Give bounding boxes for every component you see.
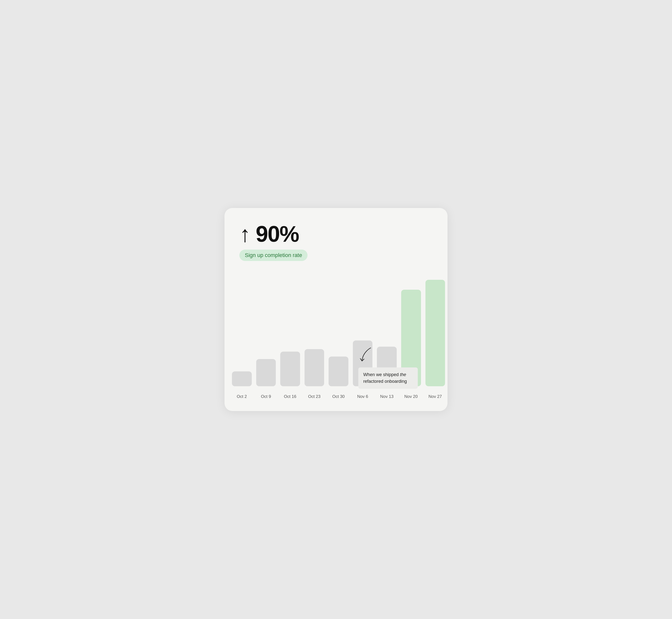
- annotation-text: When we shipped the refactored onboardin…: [358, 367, 418, 389]
- bar-group: [305, 349, 324, 386]
- bar-group: [280, 352, 300, 386]
- x-label-oct-9: Oct 9: [256, 394, 276, 399]
- metric-display: ↑ 90%: [239, 223, 435, 245]
- x-label-nov-20: Nov 20: [401, 394, 421, 399]
- annotation-after: refactored onboarding: [363, 379, 407, 384]
- x-label-nov-6: Nov 6: [353, 394, 373, 399]
- metric-badge: Sign up completion rate: [239, 250, 307, 261]
- bar-group: [232, 371, 252, 386]
- x-label-nov-27: Nov 27: [425, 394, 445, 399]
- dashboard-card: ↑ 90% Sign up completion rate Oct 2Oct 9…: [225, 208, 447, 411]
- bar-oct-2: [232, 371, 252, 386]
- arrow-icon: ↑: [239, 222, 250, 247]
- bar-oct-23: [305, 349, 324, 386]
- bar-oct-9: [256, 359, 276, 386]
- annotation-before: When we shipped: [363, 372, 400, 377]
- bar-group: [425, 280, 445, 386]
- bar-oct-16: [280, 352, 300, 386]
- bar-group: [256, 359, 276, 386]
- annotation-arrow-icon: [358, 347, 373, 366]
- metric-number: 90%: [256, 222, 299, 247]
- x-label-oct-2: Oct 2: [232, 394, 252, 399]
- x-label-oct-16: Oct 16: [280, 394, 300, 399]
- x-label-nov-13: Nov 13: [377, 394, 397, 399]
- x-label-oct-30: Oct 30: [328, 394, 348, 399]
- annotation-callout: When we shipped the refactored onboardin…: [358, 347, 418, 389]
- x-label-oct-23: Oct 23: [305, 394, 324, 399]
- bar-oct-30: [328, 356, 348, 386]
- annotation-italic: the: [400, 372, 406, 377]
- bar-nov-27: [425, 280, 445, 386]
- bar-group: [328, 356, 348, 386]
- x-axis-labels: Oct 2Oct 9Oct 16Oct 23Oct 30Nov 6Nov 13N…: [225, 394, 447, 399]
